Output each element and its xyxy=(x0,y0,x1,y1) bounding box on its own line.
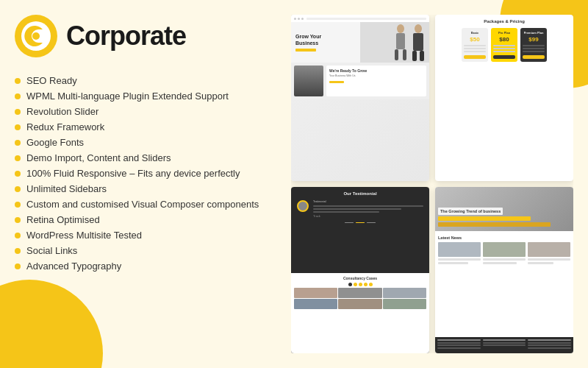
bullet-icon xyxy=(15,248,21,254)
list-item: Google Fonts xyxy=(15,137,279,148)
bullet-icon xyxy=(15,140,21,146)
news-items xyxy=(438,242,570,264)
svg-point-7 xyxy=(415,24,422,33)
news-item xyxy=(528,242,570,264)
bullet-icon xyxy=(15,78,21,84)
bullet-icon xyxy=(15,263,21,269)
list-item: WPML Multi-language Plugin Extended Supp… xyxy=(15,91,279,102)
bullet-icon xyxy=(15,155,21,161)
list-item: WordPress Multisite Tested xyxy=(15,230,279,241)
pricing-title: Packages & Pricing xyxy=(440,19,569,24)
screenshots-panel: Grow Your Business xyxy=(291,15,573,353)
consultancy-title: Consultancy Cases xyxy=(294,276,426,280)
screenshot-business: The Growing Trend of business Latest New… xyxy=(435,187,573,353)
bullet-icon xyxy=(15,217,21,223)
news-title: Latest News xyxy=(438,236,570,240)
bottom-title: We're Ready To Grow xyxy=(329,68,423,73)
screenshot-hero: Grow Your Business xyxy=(291,15,429,181)
consultancy-section: Consultancy Cases xyxy=(291,273,429,353)
list-item: Retina Optimised xyxy=(15,214,279,225)
testimonial-avatar xyxy=(297,200,309,212)
business-trend-section: The Growing Trend of business xyxy=(435,187,573,231)
svg-rect-5 xyxy=(395,49,398,60)
bullet-icon xyxy=(15,124,21,130)
pricing-card-basic: Basic $50 xyxy=(462,28,488,62)
pricing-card-pro: Pro Plan $80 xyxy=(491,28,517,62)
bullet-icon xyxy=(15,186,21,192)
bullet-icon xyxy=(15,171,21,177)
features-list: SEO Ready WPML Multi-language Plugin Ext… xyxy=(15,75,279,272)
svg-point-2 xyxy=(32,32,40,40)
list-item: Custom and customised Visual Composer co… xyxy=(15,199,279,210)
pricing-cards: Basic $50 Pro Plan $80 xyxy=(440,28,569,62)
consultancy-grid xyxy=(294,288,426,309)
list-item: Social Links xyxy=(15,245,279,256)
figure-woman xyxy=(392,24,409,62)
corporate-logo-icon xyxy=(15,15,57,57)
news-item xyxy=(438,242,481,264)
list-item: 100% Fluid Responsive – Fits any device … xyxy=(15,168,279,179)
svg-rect-9 xyxy=(412,51,417,61)
screenshot-pricing: Packages & Pricing Basic $50 Pro Plan xyxy=(435,15,573,181)
svg-rect-8 xyxy=(413,33,423,51)
bullet-icon xyxy=(15,109,21,115)
news-section: Latest News xyxy=(435,233,573,335)
list-item: Demo Import, Content and Sliders xyxy=(15,152,279,163)
footer-section xyxy=(435,337,573,353)
list-item: Advanced Typography xyxy=(15,261,279,272)
screenshot-testimonial: Our Testimonial Testimonial Track xyxy=(291,187,429,353)
logo-text: Corporate xyxy=(66,21,186,52)
testimonial-title: Our Testimonial xyxy=(295,191,425,196)
left-panel: Corporate SEO Ready WPML Multi-language … xyxy=(15,15,279,353)
hero-line2: Business xyxy=(295,40,321,46)
svg-rect-10 xyxy=(420,51,424,61)
news-item xyxy=(483,242,526,264)
figure-man xyxy=(410,24,426,62)
trend-title: The Growing Trend of business xyxy=(438,208,503,215)
pricing-card-premium: Premium Plan $99 xyxy=(520,28,547,62)
svg-point-3 xyxy=(397,24,404,33)
bullet-icon xyxy=(15,233,21,238)
list-item: SEO Ready xyxy=(15,75,279,86)
bullet-icon xyxy=(15,202,21,208)
bullet-icon xyxy=(15,93,21,99)
list-item: Revolution Slider xyxy=(15,106,279,117)
list-item: Unlimited Sidebars xyxy=(15,183,279,194)
testimonial-section: Our Testimonial Testimonial Track xyxy=(291,187,429,270)
logo-area: Corporate xyxy=(15,15,279,57)
hero-line1: Grow Your xyxy=(295,33,321,40)
svg-rect-6 xyxy=(403,49,406,60)
bottom-subtitle: Your Business With Us xyxy=(329,74,423,78)
svg-rect-4 xyxy=(396,33,405,49)
list-item: Redux Framework xyxy=(15,121,279,132)
